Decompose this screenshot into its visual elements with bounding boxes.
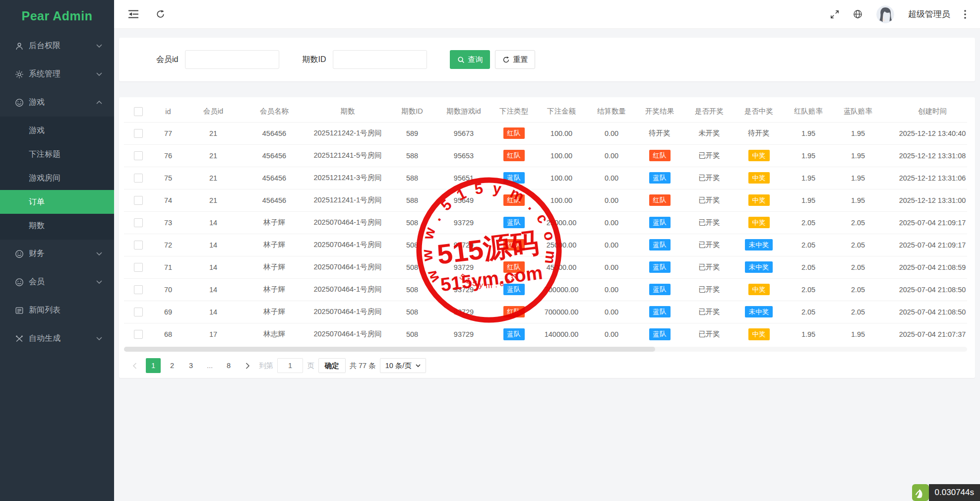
column-header: 是否开奖 bbox=[684, 101, 734, 122]
debug-trace: 0.030744s bbox=[912, 484, 980, 501]
cell-period: 2025070464-1号房间 bbox=[306, 301, 390, 323]
search-icon bbox=[457, 56, 465, 63]
row-checkbox[interactable] bbox=[134, 263, 143, 272]
sidebar-item-游戏[interactable]: 游戏 bbox=[0, 88, 114, 117]
scrollbar-thumb[interactable] bbox=[124, 347, 655, 352]
page-button-3[interactable]: 3 bbox=[184, 358, 198, 373]
win_status-badge: 中奖 bbox=[748, 217, 770, 229]
cell-period_id: 508 bbox=[390, 301, 434, 323]
reset-icon bbox=[502, 56, 510, 63]
sidebar-item-新闻列表[interactable]: 新闻列表 bbox=[0, 296, 114, 324]
username[interactable]: 超级管理员 bbox=[908, 8, 950, 20]
cell-id: 75 bbox=[153, 167, 184, 189]
cell-blue_odds: 2.05 bbox=[833, 211, 883, 234]
win_status-badge: 中奖 bbox=[748, 328, 770, 340]
table-row: 6914林子輝2025070464-1号房间50893729红队700000.0… bbox=[124, 301, 967, 323]
sidebar-item-label: 财务 bbox=[29, 249, 96, 259]
sidebar-item-会员[interactable]: 会员 bbox=[0, 268, 114, 296]
win_status-badge: 中奖 bbox=[748, 172, 770, 184]
query-button[interactable]: 查询 bbox=[450, 50, 490, 69]
reset-button[interactable]: 重置 bbox=[495, 50, 535, 69]
confirm-page-button[interactable]: 确定 bbox=[318, 358, 346, 373]
cell-member_id: 14 bbox=[184, 234, 243, 256]
goto-page-input[interactable] bbox=[277, 358, 303, 373]
cell-red_odds: 1.95 bbox=[784, 167, 833, 189]
cell-id: 74 bbox=[153, 189, 184, 211]
cell-period: 2025070464-1号房间 bbox=[306, 234, 390, 256]
select-all-checkbox[interactable] bbox=[134, 107, 143, 116]
collapse-sidebar-icon[interactable] bbox=[128, 9, 139, 19]
sidebar-item-系统管理[interactable]: 系统管理 bbox=[0, 60, 114, 88]
row-checkbox[interactable] bbox=[134, 151, 143, 160]
more-menu-icon[interactable] bbox=[964, 10, 966, 19]
member-id-input[interactable] bbox=[185, 50, 279, 69]
bet_type-badge: 蓝队 bbox=[503, 284, 525, 296]
page-button-2[interactable]: 2 bbox=[165, 358, 180, 373]
cell-created_at: 2025-12-12 13:31:06 bbox=[883, 167, 967, 189]
column-header: 下注金额 bbox=[535, 101, 588, 122]
table-row: 77214564562025121242-1号房间58995673红队100.0… bbox=[124, 122, 967, 144]
cell-bet_amount: 100.00 bbox=[535, 122, 588, 144]
cell-settle_qty: 0.00 bbox=[588, 122, 635, 144]
sidebar-item-label: 会员 bbox=[29, 277, 96, 287]
topbar: 超级管理员 bbox=[114, 0, 980, 29]
cell-member_id: 17 bbox=[184, 323, 243, 345]
page-button-1[interactable]: 1 bbox=[146, 358, 161, 373]
cell-draw_result: 蓝队 bbox=[635, 323, 684, 345]
row-checkbox[interactable] bbox=[134, 308, 143, 316]
cell-member_id: 21 bbox=[184, 122, 243, 144]
sidebar-subitem-下注标题[interactable]: 下注标题 bbox=[0, 142, 114, 166]
sidebar-item-自动生成[interactable]: 自动生成 bbox=[0, 324, 114, 353]
page-button-8[interactable]: 8 bbox=[221, 358, 236, 373]
horizontal-scrollbar[interactable] bbox=[124, 347, 967, 352]
row-checkbox[interactable] bbox=[134, 196, 143, 205]
sidebar-subitem-订单[interactable]: 订单 bbox=[0, 190, 114, 214]
row-checkbox[interactable] bbox=[134, 174, 143, 183]
cell-period_id: 508 bbox=[390, 256, 434, 278]
cell-period_game_id: 93729 bbox=[434, 278, 493, 301]
cell-bet_type: 蓝队 bbox=[493, 323, 535, 345]
row-checkbox[interactable] bbox=[134, 129, 143, 138]
sidebar-item-后台权限[interactable]: 后台权限 bbox=[0, 32, 114, 60]
sidebar-subitem-期数[interactable]: 期数 bbox=[0, 214, 114, 238]
cell-win_status: 中奖 bbox=[734, 278, 784, 301]
sidebar-item-label: 游戏 bbox=[29, 97, 96, 108]
sidebar-subitem-游戏房间[interactable]: 游戏房间 bbox=[0, 166, 114, 190]
row-checkbox[interactable] bbox=[134, 218, 143, 227]
row-checkbox[interactable] bbox=[134, 330, 143, 339]
fullscreen-icon[interactable] bbox=[830, 10, 839, 19]
column-header: id bbox=[153, 101, 184, 122]
cell-blue_odds: 2.05 bbox=[833, 234, 883, 256]
sidebar-item-财务[interactable]: 财务 bbox=[0, 240, 114, 268]
chevron-down-icon bbox=[96, 44, 102, 48]
language-globe-icon[interactable] bbox=[853, 9, 862, 19]
gear-icon bbox=[15, 70, 24, 79]
per-page-select[interactable]: 10 条/页 bbox=[380, 358, 426, 373]
cell-blue_odds: 2.05 bbox=[833, 301, 883, 323]
cell-bet_amount: 140000.00 bbox=[535, 323, 588, 345]
page-ellipsis: ... bbox=[202, 358, 217, 373]
prev-page-button[interactable] bbox=[127, 358, 142, 373]
sidebar: Pear Admin 后台权限系统管理游戏游戏下注标题游戏房间订单期数财务会员新… bbox=[0, 0, 114, 501]
cell-bet_amount: 25000.00 bbox=[535, 234, 588, 256]
row-checkbox[interactable] bbox=[134, 285, 143, 294]
cell-red_odds: 2.05 bbox=[784, 256, 833, 278]
app-title: Pear Admin bbox=[21, 9, 92, 23]
bet_type-badge: 红队 bbox=[503, 194, 525, 206]
cell-period_game_id: 95651 bbox=[434, 167, 493, 189]
refresh-icon[interactable] bbox=[156, 9, 165, 19]
cell-period: 2025070464-1号房间 bbox=[306, 278, 390, 301]
period-id-input[interactable] bbox=[333, 50, 427, 69]
thinkphp-logo-icon[interactable] bbox=[912, 484, 929, 501]
sidebar-subitem-游戏[interactable]: 游戏 bbox=[0, 119, 114, 142]
cell-member_name: 林子輝 bbox=[243, 234, 306, 256]
next-page-button[interactable] bbox=[240, 358, 255, 373]
cell-settle_qty: 0.00 bbox=[588, 323, 635, 345]
cell-win_status: 中奖 bbox=[734, 144, 784, 167]
row-checkbox[interactable] bbox=[134, 241, 143, 250]
cell-draw_status: 未开奖 bbox=[684, 122, 734, 144]
cell-created_at: 2025-07-04 21:09:17 bbox=[883, 234, 967, 256]
bet_type-badge: 蓝队 bbox=[503, 328, 525, 340]
user-avatar[interactable] bbox=[876, 5, 894, 23]
cell-member_id: 21 bbox=[184, 167, 243, 189]
